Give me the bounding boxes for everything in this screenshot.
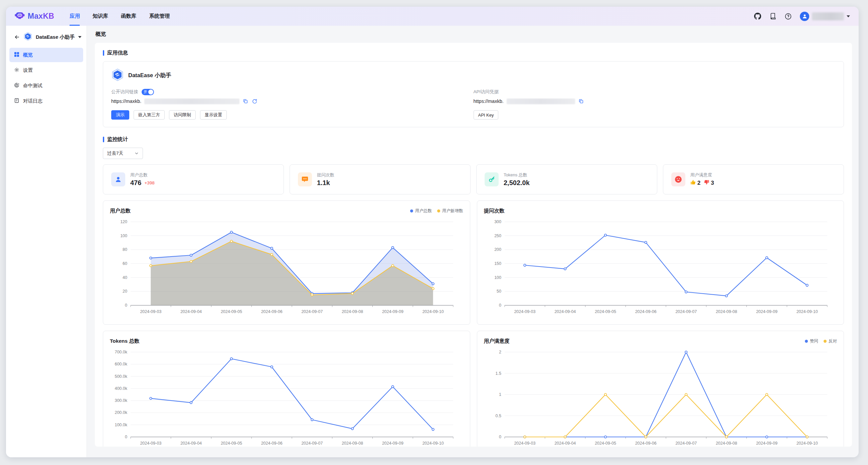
maxkb-logo[interactable]: MaxKB: [15, 11, 54, 21]
svg-text:2024-09-09: 2024-09-09: [382, 441, 403, 445]
svg-text:150: 150: [494, 261, 501, 266]
svg-text:2024-09-04: 2024-09-04: [554, 309, 576, 314]
redacted-url-segment: [144, 98, 240, 104]
sidebar-item-label: 对话日志: [23, 98, 42, 104]
api-key-button[interactable]: API Key: [473, 110, 499, 120]
sidebar-app-title[interactable]: DataEase 小助手: [36, 34, 75, 40]
stat-card-tokens: Tokens 总数 2,502.0k: [476, 164, 657, 194]
refresh-icon[interactable]: [251, 98, 257, 104]
tab-functions[interactable]: 函数库: [121, 7, 136, 26]
key-icon: [485, 173, 499, 186]
svg-text:0.5: 0.5: [495, 413, 501, 418]
embed-third-party-button[interactable]: 嵌入第三方: [133, 110, 165, 120]
github-icon[interactable]: [754, 13, 761, 20]
monitor-section-title: 监控统计: [103, 136, 844, 143]
tab-apps[interactable]: 应用: [69, 7, 80, 26]
chat-bubble-icon: [298, 173, 312, 186]
public-url-prefix: https://maxkb.: [111, 98, 141, 104]
help-icon[interactable]: [784, 13, 792, 20]
app-hexagon-icon: [23, 32, 32, 42]
line-chart: 00.511.522024-09-032024-09-042024-09-052…: [484, 347, 837, 446]
section-title-bar: [103, 136, 104, 142]
docs-icon[interactable]: [769, 13, 776, 20]
chart-legend: 用户总数用户新增数: [410, 208, 463, 214]
stat-label: 用户总数: [130, 172, 155, 178]
svg-text:2024-09-06: 2024-09-06: [635, 441, 656, 445]
tab-knowledge[interactable]: 知识库: [93, 7, 108, 26]
legend-item[interactable]: 赞同: [805, 338, 818, 344]
svg-text:2024-09-10: 2024-09-10: [796, 441, 817, 445]
stat-label: 用户满意度: [690, 172, 717, 178]
display-settings-button[interactable]: 显示设置: [200, 110, 227, 120]
back-arrow-icon[interactable]: [14, 34, 20, 40]
legend-item[interactable]: 用户新增数: [437, 208, 463, 214]
stat-value: 1.1k: [317, 179, 330, 187]
svg-text:2024-09-03: 2024-09-03: [140, 309, 161, 314]
app-name: DataEase 小助手: [128, 72, 171, 79]
time-range-value: 过去7天: [107, 150, 123, 156]
svg-text:1: 1: [499, 392, 501, 397]
chart-card-tokens: Tokens 总数 0100.0k200.0k300.0k400.0k500.0…: [103, 331, 470, 446]
api-credentials-block: API访问凭据 https://maxkb.: [473, 88, 836, 120]
copy-icon[interactable]: [243, 98, 248, 104]
app-switcher-caret-icon[interactable]: [78, 36, 82, 38]
svg-text:1.5: 1.5: [495, 371, 501, 376]
svg-text:2024-09-09: 2024-09-09: [382, 309, 403, 314]
stat-card-satisfaction: 用户满意度 2 3: [663, 164, 844, 194]
log-icon: [14, 98, 19, 104]
svg-text:80: 80: [123, 247, 127, 252]
svg-text:0: 0: [499, 435, 501, 439]
legend-item[interactable]: 反对: [824, 338, 837, 344]
stat-label: 提问次数: [317, 172, 334, 178]
stat-value: 476: [130, 179, 141, 187]
access-restriction-button[interactable]: 访问限制: [169, 110, 196, 120]
sidebar-item-label: 命中测试: [23, 83, 42, 89]
svg-text:300.0k: 300.0k: [115, 398, 127, 403]
chart-card-questions: 提问次数 0501001502002503002024-09-032024-09…: [477, 200, 844, 325]
overview-panel: 应用信息 DataEase 小助手: [95, 43, 852, 446]
svg-text:2024-09-03: 2024-09-03: [514, 441, 535, 445]
svg-text:2024-09-10: 2024-09-10: [423, 309, 444, 314]
svg-text:2024-09-07: 2024-09-07: [301, 309, 322, 314]
svg-text:200: 200: [494, 247, 501, 252]
section-title-text: 监控统计: [107, 136, 128, 143]
svg-text:0: 0: [499, 303, 501, 308]
svg-text:2024-09-10: 2024-09-10: [423, 441, 444, 445]
line-chart: 0501001502002503002024-09-032024-09-0420…: [484, 216, 837, 321]
chevron-down-icon: [134, 151, 138, 155]
public-link-toggle[interactable]: 开: [142, 89, 154, 95]
svg-text:2024-09-05: 2024-09-05: [221, 309, 242, 314]
svg-text:2024-09-05: 2024-09-05: [221, 441, 242, 445]
tab-system[interactable]: 系统管理: [149, 7, 170, 26]
copy-icon[interactable]: [578, 98, 584, 104]
svg-text:0: 0: [125, 303, 127, 308]
time-range-select[interactable]: 过去7天: [103, 148, 143, 159]
top-navbar: MaxKB 应用 知识库 函数库 系统管理: [6, 7, 859, 26]
chart-title: Tokens 总数: [110, 338, 139, 345]
sidebar-item-hit-test[interactable]: 命中测试: [9, 79, 83, 93]
user-menu[interactable]: [800, 12, 850, 21]
svg-text:700.0k: 700.0k: [115, 350, 127, 354]
svg-text:2024-09-07: 2024-09-07: [301, 441, 322, 445]
toggle-knob: [148, 90, 153, 95]
chart-card-satisfaction: 用户满意度 赞同反对 00.511.522024-09-032024-09-04…: [477, 331, 844, 446]
sidebar-item-settings[interactable]: 设置: [9, 63, 83, 78]
stat-value: 2,502.0k: [504, 179, 530, 187]
legend-item[interactable]: 用户总数: [410, 208, 432, 214]
sidebar-item-overview[interactable]: 概览: [9, 48, 83, 62]
grid-icon: [14, 52, 19, 58]
legend-dot: [824, 340, 827, 343]
users-icon: [111, 173, 125, 186]
api-url-prefix: https://maxkb.: [473, 98, 504, 104]
demo-button[interactable]: 演示: [111, 110, 129, 120]
stat-delta: +398: [144, 180, 154, 185]
svg-text:300: 300: [494, 219, 501, 224]
chart-legend: 赞同反对: [805, 338, 837, 344]
svg-text:100: 100: [120, 234, 127, 238]
svg-text:500.0k: 500.0k: [115, 374, 127, 379]
chart-card-total-users: 用户总数 用户总数用户新增数 0204060801001202024-09-03…: [103, 200, 470, 325]
sidebar-item-chat-logs[interactable]: 对话日志: [9, 94, 83, 108]
svg-text:100: 100: [494, 275, 501, 280]
svg-text:40: 40: [123, 275, 127, 280]
section-title-bar: [103, 50, 104, 56]
